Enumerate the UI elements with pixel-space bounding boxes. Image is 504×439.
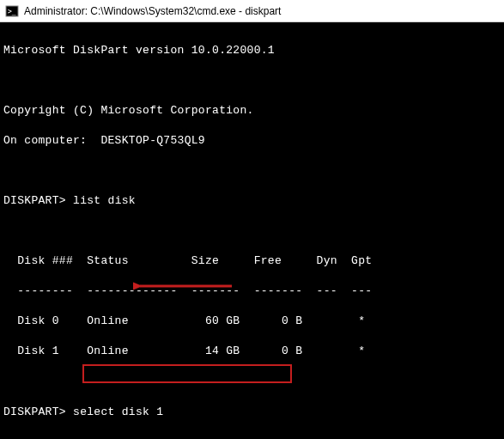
blank xyxy=(3,163,501,179)
prompt: DISKPART> xyxy=(3,405,66,418)
svg-text:>_: >_ xyxy=(8,8,16,15)
window-title: Administrator: C:\Windows\System32\cmd.e… xyxy=(24,5,281,17)
command-text: list disk xyxy=(73,194,136,207)
disk-row-0: Disk 0 Online 60 GB 0 B * xyxy=(3,314,501,329)
blank xyxy=(3,375,501,390)
cmd-icon: >_ xyxy=(5,4,19,18)
computer-line: On computer: DESKTOP-Q753QL9 xyxy=(3,133,501,149)
window-titlebar[interactable]: >_ Administrator: C:\Windows\System32\cm… xyxy=(0,0,504,22)
prompt-list-disk: DISKPART> list disk xyxy=(3,193,501,209)
command-text: select disk 1 xyxy=(73,405,163,418)
blank xyxy=(3,73,501,88)
blank xyxy=(3,435,501,439)
prompt: DISKPART> xyxy=(3,194,66,207)
terminal-output[interactable]: Microsoft DiskPart version 10.0.22000.1 … xyxy=(0,22,504,439)
version-line: Microsoft DiskPart version 10.0.22000.1 xyxy=(3,43,501,58)
blank xyxy=(3,223,501,239)
prompt-select-disk: DISKPART> select disk 1 xyxy=(3,405,501,420)
table-header: Disk ### Status Size Free Dyn Gpt xyxy=(3,253,501,269)
disk-row-1: Disk 1 Online 14 GB 0 B * xyxy=(3,344,501,359)
copyright-line: Copyright (C) Microsoft Corporation. xyxy=(3,103,501,119)
table-separator: -------- ------------- ------- ------- -… xyxy=(3,284,501,299)
